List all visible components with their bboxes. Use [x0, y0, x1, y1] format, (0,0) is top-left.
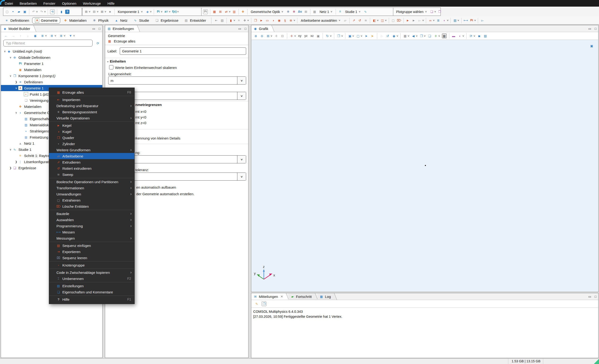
- cleanup-wizard-button[interactable]: ✳: [236, 18, 241, 23]
- menu-item-hilfe[interactable]: ?HilfeF1: [49, 296, 134, 302]
- tree-item-definitionen[interactable]: ❯≡Definitionen: [1, 79, 102, 85]
- f-of-x-button[interactable]: f(x)∨: [171, 9, 179, 14]
- print-button[interactable]: ▤: [483, 33, 488, 38]
- menubar-item-fenster[interactable]: Fenster: [40, 0, 59, 7]
- label-input[interactable]: Geometrie 1: [120, 47, 246, 55]
- camera-button[interactable]: ▣: [316, 33, 321, 38]
- menu-item-einstellungen[interactable]: ▤Einstellungen: [49, 283, 134, 289]
- fit-window-button[interactable]: ⊡: [280, 33, 285, 38]
- parameters-pi-button[interactable]: Pi∨: [156, 9, 163, 14]
- close-icon[interactable]: ×: [281, 295, 283, 298]
- part-save-button[interactable]: ►: [411, 18, 416, 23]
- view-yz-button[interactable]: yz: [303, 33, 308, 38]
- workplane-show-button[interactable]: ▱: [343, 18, 348, 23]
- sphere-more-button[interactable]: ⊕∨: [288, 18, 296, 23]
- rotate-button[interactable]: ↻∨: [325, 33, 332, 38]
- menu-item-messungen[interactable]: Messungen›: [49, 235, 134, 241]
- revolve-button[interactable]: ↺: [357, 18, 362, 23]
- menu-item-boolesche-operationen-und-partitionen[interactable]: Boolesche Operationen und Partitionen›: [49, 179, 134, 185]
- component-node-button[interactable]: ◈∨: [145, 9, 152, 14]
- mesh-select[interactable]: Netz 1∨: [318, 9, 334, 14]
- menu-item-arbeitsebene[interactable]: ▱Arbeitsebene: [49, 153, 134, 159]
- selection-link-button[interactable]: ∞∨: [428, 18, 435, 23]
- zoom-box-button[interactable]: ⊞∨: [265, 33, 273, 38]
- back-button[interactable]: ←: [3, 33, 9, 38]
- add-physics-button[interactable]: ❋: [286, 9, 291, 14]
- hide-objects-button[interactable]: ◌: [379, 33, 384, 38]
- sweep-button[interactable]: ≋: [363, 18, 368, 23]
- menubar-item-hilfe[interactable]: Hilfe: [104, 0, 118, 7]
- graphics-canvas[interactable]: ▣ z y x: [252, 40, 598, 292]
- menu-item-auswahlen[interactable]: Auswahlen›: [49, 217, 134, 223]
- wireframe-button[interactable]: ▦∨: [403, 33, 410, 38]
- menu-item-kugel[interactable]: ◑Kugel: [49, 128, 134, 135]
- maximize-panel-button[interactable]: □: [98, 27, 100, 30]
- minimize-panel-button[interactable]: ▭: [588, 295, 591, 298]
- plotgroup-select[interactable]: Plotgruppe wählen∨: [395, 9, 428, 14]
- new-file-button[interactable]: ▢: [4, 9, 10, 14]
- deselect-box-button[interactable]: ▢∨: [355, 33, 363, 38]
- filter-button[interactable]: ▼∨: [68, 33, 75, 38]
- workplane-select[interactable]: Arbeitsebene auswählen∨: [299, 18, 342, 23]
- add-material-button[interactable]: ⊞∨: [99, 9, 107, 14]
- tree-expander-icon[interactable]: ∨: [9, 148, 12, 151]
- build-lock-button[interactable]: ▮∨: [229, 18, 236, 23]
- physics-select[interactable]: Geometrische Optik∨: [249, 9, 285, 14]
- extrude-button[interactable]: ⇗: [351, 18, 356, 23]
- environment-button[interactable]: ❐∨: [419, 33, 426, 38]
- forward-button[interactable]: →: [11, 33, 16, 38]
- menu-item-bauteile[interactable]: Bauteile›: [49, 211, 134, 217]
- tree-expander-icon[interactable]: ∨: [3, 50, 7, 53]
- add-component-button[interactable]: ⊞∨: [84, 9, 91, 14]
- study-select[interactable]: Studie 1∨: [344, 9, 362, 14]
- view-xy-button[interactable]: xy: [297, 33, 302, 38]
- eval-cursor-button[interactable]: ▻: [480, 18, 485, 23]
- graphics-tab[interactable]: ◉ Grafik: [251, 25, 271, 32]
- tree-item-materialien[interactable]: ◉Materialien: [1, 67, 102, 73]
- tree-filter-input[interactable]: [3, 40, 93, 46]
- menu-item-lösche-entitäten[interactable]: ⌦Lösche Entitäten: [49, 203, 134, 209]
- tab-ergebnisse[interactable]: ❏Ergebnisse: [152, 17, 181, 24]
- menu-item-exportieren[interactable]: ⇥Exportieren: [49, 249, 134, 255]
- hide-pointer-button[interactable]: ➤: [370, 33, 375, 38]
- combo-dropdown-button[interactable]: ∨: [237, 77, 246, 84]
- a-equals-button[interactable]: a=∨: [164, 9, 171, 14]
- extract-button[interactable]: ▢: [391, 18, 396, 23]
- tree-expander-icon[interactable]: ❯: [9, 166, 12, 170]
- helix-button[interactable]: §: [282, 18, 288, 23]
- menubar-item-optionen[interactable]: Optionen: [59, 0, 79, 7]
- add-study-button[interactable]: ⊟∨: [92, 9, 99, 14]
- selection-list-button[interactable]: ≣: [436, 18, 441, 23]
- undo-button[interactable]: ↶∨: [31, 9, 38, 14]
- part-cone-button[interactable]: ►: [405, 18, 411, 23]
- tree-expander-icon[interactable]: ∨: [9, 56, 12, 59]
- tree-item-komponente-1[interactable]: ∨❐Komponente 1(comp1): [1, 73, 102, 79]
- clear-button[interactable]: ✎: [254, 301, 259, 306]
- tree-item-globale-definitionen[interactable]: ∨⊕Globale Definitionen: [1, 54, 102, 61]
- square-prim-button[interactable]: ▭: [265, 18, 270, 23]
- model-builder-tab[interactable]: ◆ Model Builder: [1, 25, 33, 32]
- save-button[interactable]: ▣: [22, 9, 27, 14]
- select-pointer-button[interactable]: ➤: [364, 33, 369, 38]
- snapshot-button[interactable]: ◙: [477, 33, 482, 38]
- tab-materialien[interactable]: ❖Materialien: [61, 17, 89, 24]
- help-button[interactable]: ?: [65, 9, 70, 14]
- tree-item-untitled-mph[interactable]: ∨◆Untitled.mph(root): [1, 48, 102, 54]
- menu-item-importieren[interactable]: ⇤Importieren: [49, 96, 134, 103]
- maximize-panel-button[interactable]: □: [595, 27, 596, 30]
- open-model-button[interactable]: ◓: [10, 9, 16, 14]
- cone-button[interactable]: ►: [259, 18, 264, 23]
- move-up-button[interactable]: ↑: [18, 33, 23, 38]
- menu-item-weitere-grundformen[interactable]: Weitere Grundformen›: [49, 147, 134, 153]
- menu-item-defeaturing-und-reparatur[interactable]: Defeaturing und Reparatur›: [49, 103, 134, 109]
- menu-item-sequenz-einfügen[interactable]: ▤Sequenz einfügen: [49, 243, 134, 249]
- circle-prim-button[interactable]: ◉: [277, 18, 282, 23]
- menu-item-sweep[interactable]: ≋Sweep: [49, 171, 134, 178]
- menu-item-code-in-zwischenablage-kopieren[interactable]: Code in Zwischenablage kopieren›: [49, 269, 134, 276]
- mesh-red-button[interactable]: ▥: [232, 9, 237, 14]
- menubar-item-bearbeiten[interactable]: Bearbeiten: [16, 0, 40, 7]
- plot-stack-button[interactable]: ❏∨: [429, 9, 437, 14]
- menu-item-rotiert-extrudieren[interactable]: ↺Rotiert extrudieren: [49, 165, 134, 171]
- scene-light-button[interactable]: ◀∨: [411, 33, 418, 38]
- transparency-button[interactable]: ❐∨: [336, 33, 344, 38]
